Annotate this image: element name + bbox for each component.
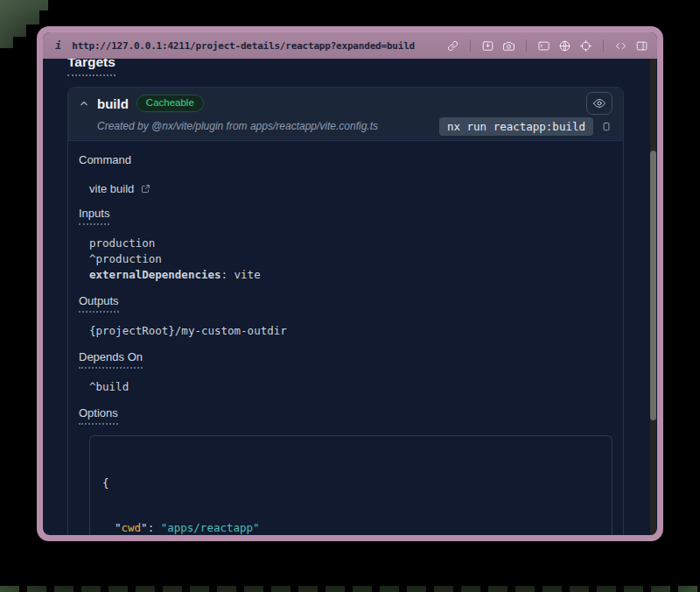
input-dep-value: : vite <box>221 268 261 281</box>
json-quote: " <box>115 521 122 534</box>
split-panel-icon[interactable] <box>635 39 648 53</box>
created-by-text: Created by @nx/vite/plugin from apps/rea… <box>97 120 378 132</box>
input-dep-key: externalDependencies <box>89 268 221 281</box>
scrollbar-track[interactable] <box>650 59 656 535</box>
view-target-graph-button[interactable] <box>586 92 612 115</box>
json-colon: : <box>148 521 161 534</box>
link-icon[interactable] <box>446 39 459 53</box>
json-quote: " <box>141 521 148 534</box>
input-item: ^production <box>89 251 612 267</box>
cacheable-badge: Cacheable <box>136 95 204 112</box>
browser-toolbar: i http://127.0.0.1:4211/project-details/… <box>43 32 657 59</box>
page-content: Targets build Cacheable Created by @nx/v… <box>43 59 657 535</box>
chevron-up-icon[interactable] <box>79 98 89 109</box>
inputs-heading[interactable]: Inputs <box>79 207 109 225</box>
toolbar-divider <box>603 39 604 52</box>
copy-icon <box>600 120 612 133</box>
options-heading[interactable]: Options <box>79 406 118 425</box>
terminal-icon[interactable] <box>537 39 550 53</box>
desktop-background-bottom-edge <box>0 586 700 592</box>
globe-icon[interactable] <box>558 39 571 53</box>
code-icon[interactable] <box>614 39 627 53</box>
input-item: production <box>89 236 612 251</box>
outputs-heading[interactable]: Outputs <box>79 294 119 313</box>
copy-command-button[interactable] <box>600 120 612 133</box>
external-link-icon[interactable] <box>140 183 151 194</box>
scrollbar-thumb[interactable] <box>650 151 656 420</box>
address-bar[interactable]: http://127.0.0.1:4211/project-details/re… <box>72 40 446 52</box>
toolbar-divider <box>526 39 527 52</box>
options-section: Options { "cwd": "apps/reactapp" } <box>79 406 612 535</box>
inputs-section: Inputs production ^production externalDe… <box>79 207 612 283</box>
json-line: "cwd": "apps/reactapp" <box>102 520 599 535</box>
options-json-block: { "cwd": "apps/reactapp" } <box>89 435 612 535</box>
command-heading: Command <box>79 153 131 172</box>
eye-icon <box>592 96 606 110</box>
json-value: "apps/reactapp" <box>161 521 260 534</box>
target-details-build: Command vite build Inputs production ^pr… <box>68 141 623 535</box>
depends-on-item: ^build <box>89 379 612 395</box>
input-item: externalDependencies: vite <box>89 267 612 283</box>
toolbar-divider <box>470 39 471 52</box>
target-header-build[interactable]: build Cacheable Created by @nx/vite/plug… <box>68 88 623 141</box>
browser-window: i http://127.0.0.1:4211/project-details/… <box>37 26 663 541</box>
info-icon: i <box>55 39 61 52</box>
target-name-build: build <box>97 96 129 111</box>
save-frame-icon[interactable] <box>481 39 494 53</box>
command-section: Command vite build <box>79 153 612 195</box>
run-command-chip: nx run reactapp:build <box>439 117 593 136</box>
depends-on-heading[interactable]: Depends On <box>79 350 143 369</box>
target-card-build: build Cacheable Created by @nx/vite/plug… <box>67 87 624 535</box>
outputs-section: Outputs {projectRoot}/my-custom-outdir <box>79 294 612 339</box>
command-text: vite build <box>89 182 134 195</box>
depends-on-section: Depends On ^build <box>79 350 612 395</box>
camera-icon[interactable] <box>502 39 515 53</box>
json-line: { <box>102 476 599 490</box>
json-key: cwd <box>122 521 142 534</box>
crosshair-icon[interactable] <box>579 39 592 53</box>
page-title: Targets <box>67 59 116 76</box>
output-item: {projectRoot}/my-custom-outdir <box>89 323 612 339</box>
